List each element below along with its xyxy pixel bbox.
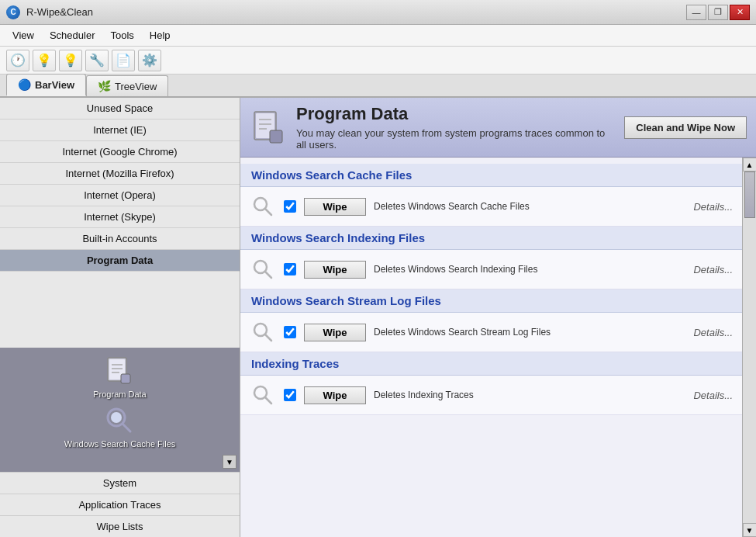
- toolbar-btn-1[interactable]: 💡: [33, 50, 56, 71]
- svg-line-20: [265, 334, 271, 341]
- wsc-wipe-button[interactable]: Wipe: [304, 198, 366, 216]
- wsi-description: Deletes Windows Search Indexing Files: [374, 264, 685, 275]
- content-title: Program Data: [296, 104, 615, 124]
- tab-tree-view[interactable]: 🌿 TreeView: [86, 75, 168, 96]
- tab-tree-view-label: TreeView: [115, 81, 157, 92]
- table-row: Wipe Deletes Windows Search Cache Files …: [240, 187, 742, 227]
- sidebar-bottom-application-traces[interactable]: Application Traces: [0, 494, 240, 515]
- wssl-description: Deletes Windows Search Stream Log Files: [374, 327, 685, 338]
- sidebar-bottom-system[interactable]: System: [0, 472, 240, 494]
- svg-line-22: [265, 397, 271, 404]
- table-row: Wipe Deletes Indexing Traces Details...: [240, 376, 742, 415]
- scroll-down-arrow[interactable]: ▼: [743, 523, 757, 537]
- section-windows-search-cache: Windows Search Cache Files: [240, 164, 742, 187]
- menu-help[interactable]: Help: [143, 27, 177, 43]
- wssl-details-link[interactable]: Details...: [693, 327, 733, 338]
- sidebar-list: Unused Space Internet (IE) Internet (Goo…: [0, 98, 240, 348]
- content-area: Program Data You may clean your system f…: [240, 98, 756, 537]
- wssl-wipe-button[interactable]: Wipe: [304, 324, 366, 341]
- section-windows-search-indexing: Windows Search Indexing Files: [240, 227, 742, 250]
- content-header: Program Data You may clean your system f…: [240, 98, 756, 158]
- title-bar-left: C R-Wipe&Clean: [6, 5, 93, 19]
- maximize-button[interactable]: ❐: [708, 5, 728, 20]
- sidebar-icon-windows-search[interactable]: Windows Search Cache Files: [64, 405, 176, 449]
- sidebar-item-built-in-accounts[interactable]: Built-in Accounts: [0, 228, 240, 250]
- sidebar-item-internet-skype[interactable]: Internet (Skype): [0, 206, 240, 228]
- it-description: Deletes Indexing Traces: [374, 390, 685, 400]
- content-body: Windows Search Cache Files Wipe Deletes …: [240, 158, 742, 537]
- svg-line-8: [123, 424, 130, 431]
- sidebar-icon-area: Program Data Windows Search Cache Files …: [0, 348, 240, 472]
- svg-point-7: [111, 412, 122, 423]
- it-checkbox[interactable]: [284, 389, 296, 401]
- toolbar: 🕐 💡 💡 🔧 📄 ⚙️: [0, 47, 756, 74]
- sidebar-bottom: System Application Traces Wipe Lists: [0, 472, 240, 537]
- svg-rect-14: [270, 130, 282, 143]
- section-windows-search-stream: Windows Search Stream Log Files: [240, 289, 742, 313]
- tree-view-icon: 🌿: [98, 80, 111, 92]
- sidebar-bottom-wipe-lists[interactable]: Wipe Lists: [0, 515, 240, 537]
- sidebar-scroll-down-button[interactable]: ▼: [223, 455, 236, 469]
- search-icon: [250, 319, 276, 345]
- menu-view[interactable]: View: [6, 27, 40, 43]
- window-controls: — ❐ ✕: [686, 5, 750, 20]
- menu-tools[interactable]: Tools: [105, 27, 140, 43]
- toolbar-btn-5[interactable]: ⚙️: [138, 50, 161, 71]
- content-header-text: Program Data You may clean your system f…: [296, 104, 615, 151]
- sidebar-item-internet-chrome[interactable]: Internet (Google Chrome): [0, 141, 240, 163]
- sidebar-item-internet-ie[interactable]: Internet (IE): [0, 120, 240, 141]
- sidebar: Unused Space Internet (IE) Internet (Goo…: [0, 98, 240, 537]
- window-title: R-Wipe&Clean: [26, 6, 93, 18]
- sidebar-icon-program-data[interactable]: Program Data: [93, 355, 146, 399]
- wsc-checkbox[interactable]: [284, 200, 296, 213]
- toolbar-btn-0[interactable]: 🕐: [6, 50, 29, 71]
- table-row: Wipe Deletes Windows Search Stream Log F…: [240, 313, 742, 352]
- minimize-button[interactable]: —: [686, 5, 706, 20]
- sidebar-item-internet-opera[interactable]: Internet (Opera): [0, 185, 240, 206]
- table-row: Wipe Deletes Windows Search Indexing Fil…: [240, 250, 742, 289]
- svg-line-18: [265, 272, 271, 278]
- it-details-link[interactable]: Details...: [693, 390, 733, 401]
- wssl-checkbox[interactable]: [284, 326, 296, 338]
- sidebar-item-unused-space[interactable]: Unused Space: [0, 98, 240, 120]
- scroll-up-arrow[interactable]: ▲: [743, 158, 757, 171]
- scroll-thumb[interactable]: [744, 171, 755, 218]
- wsi-details-link[interactable]: Details...: [693, 264, 733, 275]
- scroll-track[interactable]: [743, 171, 756, 523]
- bar-view-icon: 🔵: [18, 78, 31, 91]
- close-button[interactable]: ✕: [730, 5, 750, 20]
- it-wipe-button[interactable]: Wipe: [304, 386, 366, 404]
- svg-rect-5: [121, 374, 130, 383]
- toolbar-btn-2[interactable]: 💡: [59, 50, 82, 71]
- main-layout: Unused Space Internet (IE) Internet (Goo…: [0, 98, 756, 537]
- wsc-description: Deletes Windows Search Cache Files: [374, 201, 685, 212]
- wsi-wipe-button[interactable]: Wipe: [304, 261, 366, 279]
- scrollbar[interactable]: ▲ ▼: [742, 158, 756, 537]
- toolbar-btn-4[interactable]: 📄: [112, 50, 135, 71]
- search-icon: [250, 256, 276, 282]
- wsi-checkbox[interactable]: [284, 263, 296, 275]
- wsc-details-link[interactable]: Details...: [693, 201, 733, 213]
- svg-line-16: [265, 209, 271, 215]
- windows-search-icon-label: Windows Search Cache Files: [64, 439, 176, 449]
- content-header-icon: [250, 109, 287, 146]
- content-description: You may clean your system from system pr…: [296, 127, 615, 151]
- search-icon: [250, 193, 276, 220]
- program-data-icon-label: Program Data: [93, 390, 146, 399]
- tab-bar-view-label: BarView: [35, 79, 74, 91]
- app-icon: C: [6, 5, 20, 19]
- sidebar-item-program-data[interactable]: Program Data: [0, 250, 240, 272]
- search-icon: [250, 382, 276, 408]
- windows-search-cache-icon: [104, 405, 135, 436]
- menu-scheduler[interactable]: Scheduler: [43, 27, 102, 43]
- toolbar-btn-3[interactable]: 🔧: [85, 50, 109, 71]
- tab-bar-view[interactable]: 🔵 BarView: [6, 74, 86, 96]
- section-indexing-traces: Indexing Traces: [240, 352, 742, 376]
- title-bar: C R-Wipe&Clean — ❐ ✕: [0, 0, 756, 25]
- tab-bar: 🔵 BarView 🌿 TreeView: [0, 74, 756, 98]
- clean-wipe-now-button[interactable]: Clean and Wipe Now: [624, 116, 747, 139]
- program-data-icon: [104, 355, 135, 386]
- menu-bar: View Scheduler Tools Help: [0, 25, 756, 47]
- content-scroll-area: Windows Search Cache Files Wipe Deletes …: [240, 158, 756, 537]
- sidebar-item-internet-firefox[interactable]: Internet (Mozilla Firefox): [0, 163, 240, 185]
